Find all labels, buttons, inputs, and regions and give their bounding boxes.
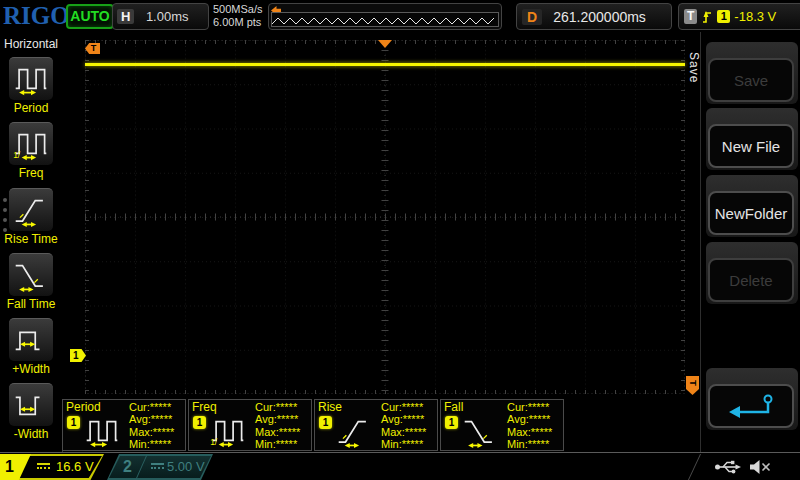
ch2-scale-value: 5.00 V [167,454,205,480]
max-value: ***** [405,426,426,438]
menu-scroll-dots [3,198,7,238]
menu-item-period[interactable]: Period [0,57,62,115]
top-status-bar: RIGOL AUTO H 1.00ms 500MSa/s 6.00M pts D… [0,0,800,32]
period-label: Period [0,101,62,115]
max-label: Max: [381,426,405,438]
measurement-channel-badge: 1 [445,416,458,429]
measurement-panels: Period 1 Cur:***** Avg:***** Max:***** M… [62,399,700,452]
cur-value: ***** [402,401,423,413]
fall-time-icon [460,414,500,448]
waveform-display: T 1 T [62,32,700,399]
min-value: ***** [150,438,171,450]
measurement-name: Fall [444,400,463,414]
trigger-level-flag: T [686,376,699,395]
plus-width-icon [12,323,50,357]
minus-width-label: -Width [0,427,62,441]
measurement-name: Rise [318,400,342,414]
delay-value: 261.200000ms [553,9,660,25]
avg-label: Avg: [255,413,277,425]
ch1-ground-marker: 1 [70,349,86,362]
plus-width-label: +Width [0,362,62,376]
measurement-panel-period[interactable]: Period 1 Cur:***** Avg:***** Max:***** M… [62,399,186,451]
delete-button[interactable]: Delete [708,258,794,302]
menu-item-rise-time[interactable]: Rise Time [0,188,62,246]
sample-rate: 500MSa/s [213,3,263,16]
new-folder-button[interactable]: NewFolder [708,191,794,235]
return-button[interactable] [708,384,794,428]
cur-label: Cur: [507,401,528,413]
max-value: ***** [531,426,552,438]
horizontal-scale-value: 1.00ms [146,9,197,24]
usb-icon [714,458,742,475]
save-button[interactable]: Save [708,58,794,102]
menu-item-fall-time[interactable]: Fall Time [0,253,62,311]
softkey-slot: NewFolder [706,175,798,237]
rise-time-icon [12,193,50,227]
plus-width-button[interactable] [9,318,53,361]
measurement-values: Cur:***** Avg:***** Max:***** Min:***** [507,401,552,451]
speaker-muted-icon [748,458,772,476]
ch2-indicator[interactable]: 2 5.00 V [107,454,213,480]
min-label: Min: [255,438,276,450]
trigger-readout: T 1 -18.3 V [678,3,800,30]
minus-width-button[interactable] [9,383,53,426]
ch1-indicator[interactable]: 1 16.6 V [0,454,104,480]
cur-value: ***** [528,401,549,413]
freq-button[interactable] [9,122,53,165]
trigger-position-triangle-icon [378,40,392,48]
measurement-channel-badge: 1 [319,416,332,429]
rise-time-button[interactable] [9,188,53,231]
rising-edge-icon [701,9,713,25]
avg-label: Avg: [129,413,151,425]
avg-label: Avg: [381,413,403,425]
measurement-panel-rise[interactable]: Rise 1 Cur:***** Avg:***** Max:***** Min… [314,399,438,451]
right-softkey-menu: Save New File NewFolder Delete [700,32,800,452]
freq-icon [208,414,248,448]
horizontal-label: H [117,9,134,24]
period-button[interactable] [9,57,53,100]
softkey-slot: Delete [706,242,798,304]
trigger-level-value: -18.3 V [734,9,776,24]
left-measure-menu: Horizontal Period Freq Rise Time Fall Ti… [0,32,63,452]
min-value: ***** [276,438,297,450]
measurement-name: Period [66,400,101,414]
rise-time-icon [334,414,374,448]
freq-label: Freq [0,166,62,180]
oscilloscope-screen: RIGOL AUTO H 1.00ms 500MSa/s 6.00M pts D… [0,0,800,480]
avg-value: ***** [151,413,172,425]
menu-item-plus-width[interactable]: +Width [0,318,62,376]
avg-label: Avg: [507,413,529,425]
menu-item-freq[interactable]: Freq [0,122,62,180]
measurement-panel-freq[interactable]: Freq 1 Cur:***** Avg:***** Max:***** Min… [188,399,312,451]
overview-wave-icon [272,15,496,27]
graticule [85,40,685,394]
measurement-values: Cur:***** Avg:***** Max:***** Min:***** [129,401,174,451]
channel-status-bar: 1 16.6 V 2 5.00 V [0,452,800,480]
softkey-slot: Save [706,42,798,104]
avg-value: ***** [403,413,424,425]
avg-value: ***** [529,413,550,425]
menu-item-minus-width[interactable]: -Width [0,383,62,441]
memory-depth: 6.00M pts [213,16,263,29]
cur-value: ***** [276,401,297,413]
period-icon [82,414,122,448]
minus-width-icon [12,388,50,422]
freq-icon [12,127,50,161]
measurement-name: Freq [192,400,217,414]
acquisition-info: 500MSa/s 6.00M pts [213,3,263,29]
horizontal-scale-box: H 1.00ms [112,3,209,30]
cur-label: Cur: [255,401,276,413]
max-label: Max: [255,426,279,438]
period-icon [12,62,50,96]
fall-time-icon [12,258,50,292]
trigger-label: T [684,9,697,24]
delay-label: D [522,9,542,25]
fall-time-button[interactable] [9,253,53,296]
cur-label: Cur: [381,401,402,413]
left-menu-title: Horizontal [0,37,62,51]
measurement-panel-fall[interactable]: Fall 1 Cur:***** Avg:***** Max:***** Min… [440,399,564,451]
max-value: ***** [153,426,174,438]
return-arrow-icon [724,392,778,420]
trigger-level-flag-label: T [688,380,698,386]
new-file-button[interactable]: New File [708,124,794,168]
